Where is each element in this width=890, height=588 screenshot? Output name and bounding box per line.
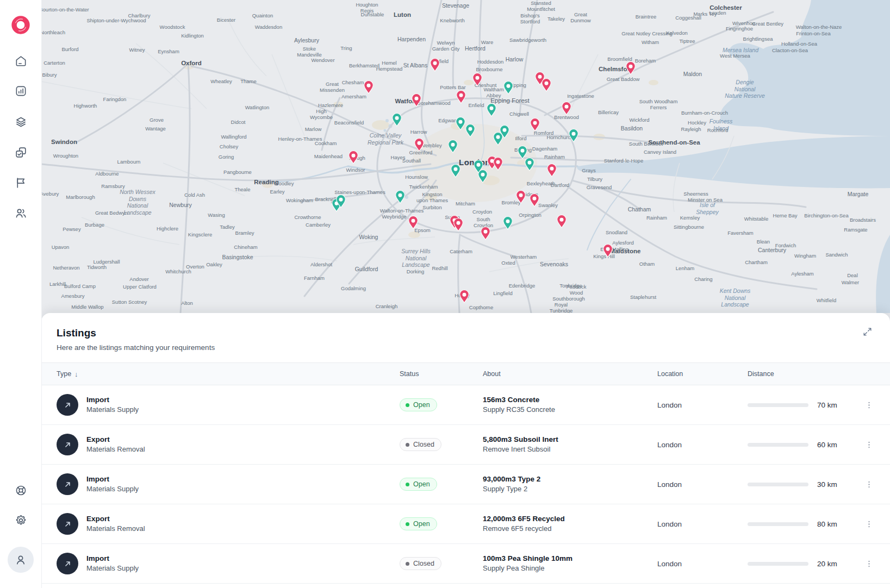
- sidebar-item-support[interactable]: [9, 478, 33, 502]
- status-cell: Open: [400, 398, 483, 411]
- map-pin-teal[interactable]: [451, 165, 460, 177]
- distance-bar: [748, 522, 808, 526]
- map-pins-layer: [41, 0, 890, 326]
- map-pin-red[interactable]: [473, 73, 482, 86]
- status-dot-icon: [406, 522, 409, 526]
- map-pin-teal[interactable]: [396, 191, 405, 203]
- map-pin-red[interactable]: [626, 62, 636, 74]
- map-pin-red[interactable]: [409, 216, 418, 229]
- row-menu-button[interactable]: [861, 436, 878, 453]
- map-canvas[interactable]: LondonLutonWatfordOxfordSwindonReadingCh…: [41, 0, 890, 326]
- map-pin-teal[interactable]: [525, 158, 534, 171]
- app-window: LondonLutonWatfordOxfordSwindonReadingCh…: [0, 0, 890, 588]
- map-pin-teal[interactable]: [456, 117, 465, 130]
- row-menu-button[interactable]: [861, 515, 878, 533]
- map-pin-red[interactable]: [531, 118, 540, 131]
- map-pin-red[interactable]: [431, 59, 440, 71]
- column-header-distance[interactable]: Distance: [748, 370, 848, 378]
- map-pin-teal[interactable]: [569, 129, 578, 142]
- map-pin-teal[interactable]: [487, 104, 496, 116]
- map-pin-red[interactable]: [364, 81, 374, 93]
- table-row[interactable]: ExportMaterials RemovalClosed5,800m3 Sub…: [41, 425, 890, 465]
- distance-cell: 70 km: [748, 401, 848, 409]
- map-pin-red[interactable]: [562, 102, 571, 115]
- status-badge: Open: [400, 478, 437, 491]
- distance-bar: [748, 403, 808, 407]
- map-pin-teal[interactable]: [494, 133, 503, 145]
- location-cell: London: [657, 520, 748, 528]
- column-header-location[interactable]: Location: [657, 370, 748, 378]
- table-row[interactable]: ExportMaterials RemovalOpen12,000m3 6F5 …: [41, 504, 890, 544]
- kebab-icon: [864, 520, 874, 529]
- map-pin-red[interactable]: [547, 164, 557, 177]
- arrow-up-right-icon: [57, 473, 78, 495]
- sidebar-item-home[interactable]: [9, 49, 33, 73]
- distance-cell: 60 km: [748, 441, 848, 449]
- type-cell: ImportMaterials Supply: [57, 394, 400, 416]
- type-cell: ExportMaterials Removal: [57, 513, 400, 535]
- map-pin-red[interactable]: [412, 94, 421, 107]
- page-title: Listings: [57, 327, 890, 339]
- map-pin-red[interactable]: [542, 79, 551, 91]
- map-pin-teal[interactable]: [518, 146, 527, 159]
- location-cell: London: [657, 480, 748, 489]
- table-header: Type ↓ Status About Location Distance: [41, 362, 890, 385]
- distance-label: 30 km: [817, 480, 837, 489]
- sidebar-item-users[interactable]: [9, 201, 33, 225]
- distance-label: 20 km: [817, 560, 837, 568]
- sidebar-item-analytics[interactable]: [9, 79, 33, 103]
- map-pin-red[interactable]: [516, 191, 526, 203]
- status-label: Open: [413, 480, 430, 488]
- user-avatar[interactable]: [8, 547, 34, 573]
- column-header-type[interactable]: Type ↓: [57, 370, 400, 378]
- sidebar-item-layers[interactable]: [9, 110, 33, 134]
- distance-label: 60 km: [817, 441, 837, 449]
- arrow-up-right-icon: [57, 434, 78, 455]
- sidebar-item-flag[interactable]: [9, 171, 33, 195]
- distance-bar: [748, 562, 808, 566]
- map-pin-red[interactable]: [415, 139, 424, 151]
- map-pin-teal[interactable]: [466, 124, 475, 137]
- row-menu-button[interactable]: [861, 555, 878, 572]
- status-cell: Open: [400, 478, 483, 491]
- column-header-about[interactable]: About: [483, 370, 657, 378]
- status-label: Closed: [413, 560, 434, 567]
- map-pin-red[interactable]: [349, 151, 358, 164]
- about-title: 5,800m3 Subsoil Inert: [483, 434, 657, 445]
- map-pin-red[interactable]: [557, 215, 567, 228]
- map-pin-teal[interactable]: [478, 170, 488, 183]
- map-pin-teal[interactable]: [449, 140, 458, 153]
- sidebar-item-settings[interactable]: [9, 508, 33, 532]
- about-cell: 93,000m3 Type 2Supply Type 2: [483, 474, 657, 495]
- brand-logo-icon[interactable]: [11, 15, 30, 35]
- map-pin-red[interactable]: [454, 218, 463, 231]
- map-pin-teal[interactable]: [504, 82, 513, 94]
- about-title: 100m3 Pea Shingle 10mm: [483, 553, 657, 564]
- table-row[interactable]: ImportMaterials SupplyClosed100m3 Pea Sh…: [41, 544, 890, 584]
- listing-type: Import: [86, 474, 139, 485]
- map-pin-red[interactable]: [460, 290, 469, 303]
- map-pin-teal[interactable]: [393, 114, 402, 126]
- map-pin-red[interactable]: [481, 227, 490, 240]
- about-cell: 12,000m3 6F5 RecycledRemove 6F5 recycled: [483, 514, 657, 534]
- map-pin-red[interactable]: [494, 158, 503, 170]
- map-pin-red[interactable]: [530, 194, 539, 207]
- map-pin-red[interactable]: [457, 91, 466, 103]
- map-pin-red[interactable]: [603, 245, 613, 257]
- listing-type-subtitle: Materials Removal: [86, 445, 145, 455]
- sidebar-item-tasks[interactable]: [9, 140, 33, 164]
- table-row[interactable]: ImportMaterials SupplyOpen156m3 Concrete…: [41, 385, 890, 425]
- type-cell: ExportMaterials Removal: [57, 434, 400, 455]
- row-menu-button[interactable]: [861, 476, 878, 493]
- status-label: Open: [413, 520, 430, 528]
- sort-descending-icon[interactable]: ↓: [74, 370, 78, 378]
- table-body: ImportMaterials SupplyOpen156m3 Concrete…: [41, 385, 890, 584]
- location-cell: London: [657, 401, 748, 409]
- column-header-status[interactable]: Status: [400, 370, 483, 378]
- map-pin-teal[interactable]: [503, 217, 513, 229]
- status-dot-icon: [406, 483, 409, 486]
- status-cell: Closed: [400, 438, 483, 451]
- expand-panel-button[interactable]: [858, 323, 876, 340]
- table-row[interactable]: ImportMaterials SupplyOpen93,000m3 Type …: [41, 465, 890, 504]
- row-menu-button[interactable]: [861, 396, 878, 414]
